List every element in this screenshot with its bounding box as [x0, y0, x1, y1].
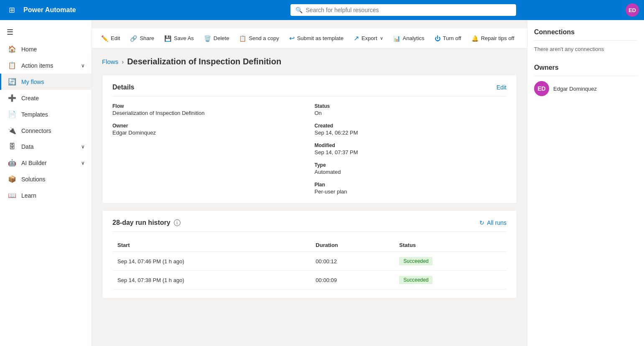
sidebar-item-label: Home [21, 46, 37, 53]
sidebar: ☰ 🏠 Home 📋 Action items ∨ 🔄 My flows ➕ C… [0, 20, 92, 346]
type-value: Automated [315, 169, 507, 175]
owner-value: Edgar Dominquez [112, 130, 305, 136]
home-icon: 🏠 [8, 45, 16, 53]
search-input[interactable] [306, 7, 511, 13]
data-icon: 🗄 [8, 143, 16, 150]
details-card-header: Details Edit [112, 84, 507, 97]
export-label: Export [361, 35, 377, 41]
flow-detail: Flow Deserialization of Inspection Defin… [112, 103, 305, 116]
status-badge: Succeeded [399, 276, 433, 284]
hamburger-icon[interactable]: ☰ [0, 23, 92, 41]
topbar: ⊞ Power Automate 🔍 ED [0, 0, 644, 20]
analytics-icon: 📊 [393, 35, 400, 42]
col-status: Status [394, 239, 507, 252]
run-start-1: Sep 14, 07:46 PM (1 h ago) [112, 252, 311, 271]
sidebar-item-action-items[interactable]: 📋 Action items ∨ [0, 57, 92, 74]
share-label: Share [140, 35, 154, 41]
right-panel: Connections There aren't any connections… [527, 20, 644, 346]
flow-label: Flow [112, 103, 305, 109]
details-title: Details [112, 84, 134, 91]
details-grid: Flow Deserialization of Inspection Defin… [112, 103, 507, 195]
connections-title: Connections [534, 28, 637, 41]
run-history-header: 28-day run history i ↻ All runs [112, 219, 507, 232]
run-history-card: 28-day run history i ↻ All runs Start Du… [102, 210, 517, 298]
sidebar-item-label: Learn [21, 192, 36, 199]
repair-tips-label: Repair tips off [481, 35, 514, 41]
chevron-down-icon: ∨ [81, 160, 85, 166]
sidebar-item-ai-builder[interactable]: 🤖 AI Builder ∨ [0, 155, 92, 171]
edit-button[interactable]: ✏️ Edit [97, 33, 124, 44]
submit-template-button[interactable]: ↩ Submit as template [285, 32, 348, 45]
my-flows-icon: 🔄 [8, 78, 16, 86]
submit-template-icon: ↩ [289, 34, 295, 42]
delete-label: Delete [214, 35, 229, 41]
toolbar: ✏️ Edit 🔗 Share 💾 Save As 🗑️ Delete 📋 [92, 28, 527, 48]
flow-value: Deserialization of Inspection Definition [112, 110, 305, 116]
sidebar-item-label: Action items [21, 62, 53, 69]
modified-detail: Modified Sep 14, 07:37 PM [315, 142, 507, 155]
sidebar-item-solutions[interactable]: 📦 Solutions [0, 171, 92, 187]
repair-tips-button[interactable]: 🔔 Repair tips off [467, 33, 519, 44]
sidebar-item-connectors[interactable]: 🔌 Connectors [0, 122, 92, 139]
connections-empty-text: There aren't any connections [534, 46, 604, 52]
owners-title: Owners [534, 64, 637, 76]
share-icon: 🔗 [130, 35, 137, 42]
col-start: Start [112, 239, 311, 252]
learn-icon: 📖 [8, 191, 16, 199]
run-start-2: Sep 14, 07:38 PM (1 h ago) [112, 271, 311, 290]
apps-grid-icon[interactable]: ⊞ [5, 5, 18, 15]
all-runs-link[interactable]: ↻ All runs [479, 219, 507, 226]
owner-item: ED Edgar Dominquez [534, 81, 637, 96]
sidebar-item-label: Solutions [21, 176, 46, 183]
plan-label: Plan [315, 182, 507, 188]
analytics-label: Analytics [403, 35, 425, 41]
solutions-icon: 📦 [8, 175, 16, 183]
sidebar-item-home[interactable]: 🏠 Home [0, 41, 92, 57]
status-label: Status [315, 103, 507, 109]
sidebar-item-learn[interactable]: 📖 Learn [0, 187, 92, 204]
status-badge: Succeeded [399, 257, 433, 265]
sidebar-item-my-flows[interactable]: 🔄 My flows [0, 74, 92, 90]
save-as-button[interactable]: 💾 Save As [160, 33, 198, 44]
send-copy-label: Send a copy [249, 35, 279, 41]
turn-off-button[interactable]: ⏻ Turn off [430, 33, 466, 44]
owners-section: Owners ED Edgar Dominquez [534, 64, 637, 96]
table-row[interactable]: Sep 14, 07:46 PM (1 h ago) 00:00:12 Succ… [112, 252, 507, 271]
create-icon: ➕ [8, 94, 16, 102]
owner-detail: Owner Edgar Dominquez [112, 123, 305, 136]
save-as-label: Save As [174, 35, 194, 41]
breadcrumb-parent[interactable]: Flows [102, 58, 118, 65]
sidebar-item-data[interactable]: 🗄 Data ∨ [0, 139, 92, 155]
delete-button[interactable]: 🗑️ Delete [200, 33, 234, 44]
connectors-icon: 🔌 [8, 127, 16, 135]
save-as-icon: 💾 [164, 35, 171, 42]
main-content-area: ✏️ Edit 🔗 Share 💾 Save As 🗑️ Delete 📋 [92, 20, 644, 346]
sidebar-item-create[interactable]: ➕ Create [0, 90, 92, 106]
export-chevron-icon: ∨ [380, 36, 383, 41]
sidebar-item-label: Data [21, 143, 34, 150]
status-detail: Status On [315, 103, 507, 116]
power-icon: ⏻ [435, 35, 440, 42]
search-icon: 🔍 [295, 7, 303, 13]
export-icon: ↗ [354, 34, 359, 42]
chevron-down-icon: ∨ [81, 144, 85, 150]
send-copy-button[interactable]: 📋 Send a copy [235, 33, 283, 44]
details-card: Details Edit Flow Deserialization of Ins… [102, 75, 517, 204]
all-runs-label: All runs [487, 219, 507, 226]
table-row[interactable]: Sep 14, 07:38 PM (1 h ago) 00:00:09 Succ… [112, 271, 507, 290]
col-duration: Duration [311, 239, 394, 252]
user-avatar[interactable]: ED [626, 3, 639, 17]
delete-icon: 🗑️ [204, 35, 211, 42]
analytics-button[interactable]: 📊 Analytics [389, 33, 429, 44]
details-left: Flow Deserialization of Inspection Defin… [112, 103, 305, 195]
details-edit-link[interactable]: Edit [496, 84, 507, 91]
share-button[interactable]: 🔗 Share [126, 33, 158, 44]
main-layout: ☰ 🏠 Home 📋 Action items ∨ 🔄 My flows ➕ C… [0, 20, 644, 346]
sidebar-item-label: AI Builder [21, 160, 47, 166]
created-label: Created [315, 123, 507, 129]
info-icon[interactable]: i [174, 219, 181, 226]
export-button[interactable]: ↗ Export ∨ [349, 32, 387, 45]
run-status-2: Succeeded [394, 271, 507, 290]
app-logo: Power Automate [23, 6, 76, 14]
sidebar-item-templates[interactable]: 📄 Templates [0, 106, 92, 122]
